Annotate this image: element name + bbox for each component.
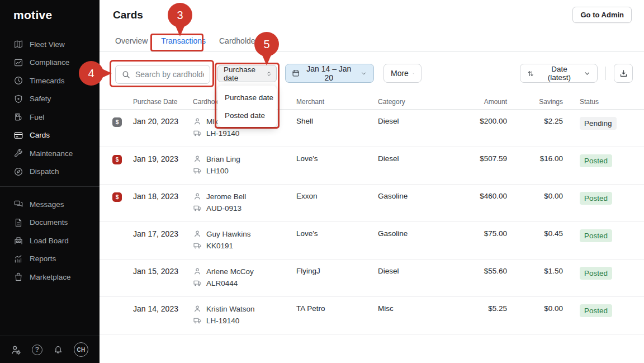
search-icon: [121, 70, 131, 79]
merchant-cell: Exxon: [296, 192, 378, 221]
col-status[interactable]: Status: [563, 98, 632, 106]
callout-box-date-type: Purchase date Purchase datePosted date: [215, 63, 280, 129]
download-icon: [619, 69, 628, 78]
timecards-icon: [13, 76, 23, 86]
dollar-flag-icon: $: [112, 117, 122, 127]
fuel-icon: [13, 112, 23, 122]
category-cell: Diesel: [378, 267, 436, 296]
status-badge: Posted: [580, 304, 612, 317]
status-cell: Posted: [563, 267, 632, 296]
table-header: Purchase Date Cardholder Merchant Catego…: [100, 94, 644, 110]
sidebar-divider: [0, 186, 100, 187]
truck-icon: [193, 316, 202, 325]
amount-cell: $507.59: [436, 154, 507, 184]
go-to-admin-button[interactable]: Go to Admin: [572, 7, 632, 23]
sidebar-nav-secondary: MessagesDocumentsLoad BoardReportsMarket…: [0, 195, 100, 286]
chevron-down-icon: [413, 70, 414, 77]
person-icon: [193, 267, 202, 276]
purchase-date-cell: Jan 14, 2023: [133, 304, 193, 334]
category-cell: Gasoline: [378, 229, 436, 259]
sidebar-item-label: Documents: [30, 218, 68, 227]
col-category[interactable]: Category: [378, 98, 436, 106]
category-cell: Diesel: [378, 154, 436, 184]
status-badge: Posted: [580, 154, 612, 167]
user-avatar[interactable]: CH: [74, 342, 88, 357]
sidebar-item-label: Load Board: [30, 237, 69, 245]
merchant-cell: Love's: [296, 229, 378, 259]
date-type-selected-label: Purchase date: [224, 65, 266, 82]
cardholder-name: Kristin Watson: [206, 305, 255, 313]
merchant-cell: Love's: [296, 154, 378, 184]
motive-logo: motive: [13, 8, 100, 22]
cardholder-name: Guy Hawkins: [206, 230, 251, 238]
truck-icon: [193, 204, 202, 213]
status-badge: Posted: [580, 229, 612, 242]
sort-button[interactable]: Date (latest): [520, 64, 598, 83]
date-type-select[interactable]: Purchase date: [217, 65, 277, 82]
transaction-row[interactable]: $ Jan 15, 2023 Arlene McCoy ALR0444 Flyi…: [100, 260, 644, 297]
amount-cell: $460.00: [436, 192, 507, 221]
sidebar-item-messages[interactable]: Messages: [0, 195, 100, 214]
truck-icon: [193, 166, 202, 175]
calendar-icon: [292, 69, 300, 78]
help-icon[interactable]: ?: [32, 345, 42, 355]
col-purchase-date[interactable]: Purchase Date: [133, 98, 193, 106]
transaction-flag-cell: $: [112, 267, 133, 296]
col-merchant[interactable]: Merchant: [296, 98, 378, 106]
sidebar-item-label: Fuel: [30, 113, 44, 121]
transaction-row[interactable]: $ Jan 17, 2023 Guy Hawkins KK0191 Love's…: [100, 222, 644, 260]
safety-icon: [13, 94, 23, 104]
sort-label: Date (latest): [539, 65, 580, 82]
sidebar-item-fleet-view[interactable]: Fleet View: [0, 35, 100, 54]
transaction-row[interactable]: $ Jan 20, 2023 Mike Hayeman LH-19140 She…: [100, 110, 644, 147]
transaction-row[interactable]: $ Jan 19, 2023 Brian Ling LH100 Love's D…: [100, 147, 644, 185]
sidebar-item-fuel[interactable]: Fuel: [0, 108, 100, 126]
callout-marker-5-tail: [261, 53, 272, 65]
vehicle-id: LH100: [206, 167, 229, 175]
date-type-option[interactable]: Purchase date: [217, 88, 277, 106]
sidebar-item-marketplace[interactable]: Marketplace: [0, 268, 100, 286]
date-type-option[interactable]: Posted date: [217, 106, 277, 124]
status-cell: Posted: [563, 229, 632, 259]
sidebar-item-label: Reports: [30, 254, 56, 263]
filter-divider: [605, 67, 606, 80]
sidebar-item-dispatch[interactable]: Dispatch: [0, 163, 100, 181]
sidebar-item-reports[interactable]: Reports: [0, 250, 100, 268]
sidebar-item-load-board[interactable]: Load Board: [0, 232, 100, 250]
sidebar-item-cards[interactable]: Cards: [0, 126, 100, 145]
admin-user-icon[interactable]: [10, 344, 22, 356]
transaction-row[interactable]: $ Jan 14, 2023 Kristin Watson LH-19140 T…: [100, 297, 644, 334]
purchase-date-cell: Jan 15, 2023: [133, 267, 193, 296]
person-icon: [193, 304, 202, 313]
more-label: More: [391, 69, 409, 78]
sidebar-item-documents[interactable]: Documents: [0, 214, 100, 232]
tab-overview[interactable]: Overview: [113, 35, 150, 46]
sidebar-item-maintenance[interactable]: Maintenance: [0, 144, 100, 163]
transaction-flag-cell: $: [112, 229, 133, 259]
date-type-menu: Purchase datePosted date: [217, 86, 277, 127]
more-filters-button[interactable]: More: [383, 64, 422, 83]
callout-marker-4-tail: [100, 68, 112, 79]
transaction-flag-cell: $: [112, 304, 133, 334]
category-cell: Diesel: [378, 117, 436, 147]
sidebar-item-safety[interactable]: Safety: [0, 90, 100, 109]
person-icon: [193, 229, 202, 238]
truck-icon: [193, 279, 202, 287]
cardholder-cell: Jerome Bell AUD-0913: [193, 192, 296, 221]
download-button[interactable]: [614, 64, 633, 83]
callout-marker-3-tail: [174, 23, 186, 36]
search-box: [115, 65, 210, 84]
notifications-bell-icon[interactable]: [53, 344, 64, 355]
reports-icon: [13, 254, 23, 264]
transaction-row[interactable]: $ Jan 18, 2023 Jerome Bell AUD-0913 Exxo…: [100, 185, 644, 222]
sidebar-item-label: Cards: [30, 131, 50, 139]
vehicle-id: LH-19140: [206, 129, 239, 138]
col-savings[interactable]: Savings: [507, 98, 563, 106]
savings-cell: $0.45: [507, 229, 563, 259]
callout-marker-5: 5: [254, 32, 279, 65]
date-range-button[interactable]: Jan 14 – Jan 20: [285, 64, 374, 83]
vehicle-id: ALR0444: [206, 279, 238, 287]
col-amount[interactable]: Amount: [436, 98, 507, 106]
sidebar-item-label: Messages: [30, 200, 64, 209]
savings-cell: $0.00: [507, 192, 563, 221]
